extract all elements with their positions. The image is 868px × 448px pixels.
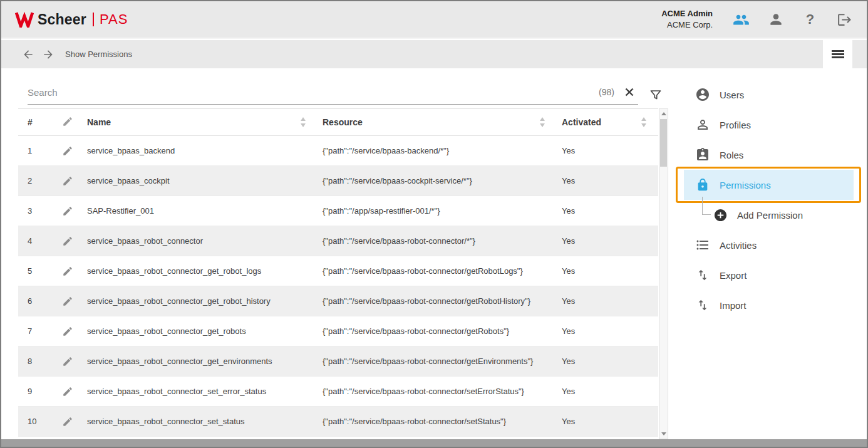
permission-resource: {"path":"/service/bpaas-robot-connector/… (318, 316, 557, 346)
header-actions: ACME Admin ACME Corp. ? (661, 8, 853, 30)
scheer-pas-logo: Scheer PAS (15, 11, 128, 28)
edit-icon[interactable] (62, 236, 73, 247)
edit-icon[interactable] (62, 356, 73, 367)
permission-name: service_bpaas_robot_connector_get_robot_… (82, 286, 318, 316)
sort-icon[interactable] (641, 117, 647, 127)
edit-icon[interactable] (62, 386, 73, 397)
column-header-resource[interactable]: Resource (318, 109, 557, 136)
add-circle-icon (713, 207, 728, 222)
row-number: 1 (18, 136, 57, 166)
user-management-icon[interactable] (733, 11, 750, 28)
logo-brand-text: Scheer (38, 11, 86, 28)
scroll-down-arrow[interactable] (659, 429, 668, 439)
table-row: 10service_bpaas_robot_connector_set_stat… (18, 407, 658, 437)
permission-resource: {"path":"/service/bpaas-robot-connector/… (318, 346, 557, 377)
row-number: 4 (18, 226, 57, 256)
sidebar-item-roles[interactable]: Roles (684, 140, 854, 170)
search-input[interactable] (28, 87, 599, 98)
sort-icon[interactable] (539, 117, 545, 127)
user-circle-icon (695, 87, 710, 102)
permission-name: service_bpaas_backend (82, 136, 318, 166)
user-organization: ACME Corp. (661, 19, 713, 31)
edit-icon[interactable] (62, 145, 73, 157)
permission-resource: {"path":"/app/sap-restifier-001/*"} (318, 196, 557, 226)
edit-icon[interactable] (62, 175, 73, 187)
scrollbar-thumb[interactable] (660, 119, 667, 167)
edit-icon[interactable] (62, 266, 73, 277)
table-row: 1service_bpaas_backend{"path":"/service/… (18, 136, 658, 166)
edit-icon[interactable] (62, 296, 73, 307)
table-row: 9service_bpaas_robot_connector_set_error… (18, 377, 658, 407)
column-header-activated[interactable]: Activated (557, 109, 658, 136)
sidebar-item-profiles[interactable]: Profiles (684, 110, 854, 140)
scheer-logo-icon (15, 11, 34, 28)
logo-divider (93, 13, 94, 26)
clear-search-icon[interactable] (623, 86, 636, 98)
sort-icon[interactable] (300, 117, 306, 127)
admin-sidebar: Users Profiles Roles Permissions (684, 68, 854, 320)
list-icon (695, 237, 710, 253)
permission-name: service_bpaas_robot_connector_get_enviro… (82, 346, 318, 377)
logout-icon[interactable] (836, 11, 853, 28)
permission-resource: {"path":"/service/bpaas-robot-connector/… (318, 407, 557, 437)
table-row: 4service_bpaas_robot_connector{"path":"/… (18, 226, 658, 256)
main-area: (98) # (1, 68, 867, 439)
edit-icon[interactable] (62, 206, 73, 217)
hamburger-menu-button[interactable] (823, 40, 852, 68)
sidebar-item-permissions[interactable]: Permissions (684, 170, 854, 200)
permission-name: service_bpaas_robot_connector_get_robot_… (82, 256, 318, 286)
permissions-panel: (98) # (18, 68, 668, 439)
back-arrow-icon[interactable] (21, 48, 35, 61)
sidebar-item-label: Add Permission (737, 210, 803, 221)
sidebar-item-activities[interactable]: Activities (684, 230, 854, 260)
permission-activated: Yes (557, 316, 658, 346)
permission-name: service_bpaas_robot_connector_get_robots (82, 316, 318, 346)
permission-resource: {"path":"/service/bpaas-robot-connector/… (318, 377, 557, 407)
row-number: 2 (18, 166, 57, 196)
table-header-row: # Name (18, 109, 658, 136)
filter-icon[interactable] (648, 88, 664, 103)
forward-arrow-icon[interactable] (41, 48, 55, 61)
edit-icon (62, 116, 73, 127)
sidebar-item-import[interactable]: Import (684, 290, 854, 320)
permission-name: service_bpaas_robot_connector (82, 226, 318, 256)
vertical-scrollbar[interactable] (659, 108, 668, 439)
scroll-up-arrow[interactable] (659, 109, 668, 118)
column-header-edit (57, 109, 82, 136)
app-header: Scheer PAS ACME Admin ACME Corp. ? (1, 1, 867, 39)
permission-activated: Yes (557, 407, 658, 437)
permission-name: service_bpaas_robot_connector_set_error_… (82, 377, 318, 407)
edit-icon[interactable] (62, 416, 73, 427)
sidebar-item-label: Roles (720, 150, 743, 160)
row-number: 10 (18, 407, 57, 437)
logo-product-text: PAS (100, 11, 128, 28)
sidebar-item-users[interactable]: Users (684, 80, 854, 110)
permission-resource: {"path":"/service/bpaas-robot-connector/… (318, 226, 557, 256)
sidebar-item-add-permission[interactable]: Add Permission (684, 200, 854, 230)
sidebar-item-label: Profiles (720, 120, 751, 130)
column-header-name[interactable]: Name (82, 109, 318, 136)
permission-resource: {"path":"/service/bpaas-cockpit-service/… (318, 166, 557, 196)
permission-activated: Yes (557, 136, 658, 166)
table-row: 2service_bpaas_cockpit{"path":"/service/… (18, 166, 658, 196)
breadcrumb: Show Permissions (65, 49, 132, 59)
row-number: 6 (18, 286, 57, 316)
permission-activated: Yes (557, 256, 658, 286)
hamburger-icon (832, 49, 844, 60)
app-window: Scheer PAS ACME Admin ACME Corp. ? (0, 0, 868, 448)
table-row: 8service_bpaas_robot_connector_get_envir… (18, 346, 658, 377)
bottom-strip (1, 439, 867, 447)
table-row: 6service_bpaas_robot_connector_get_robot… (18, 286, 658, 316)
account-icon[interactable] (767, 11, 784, 28)
permission-activated: Yes (557, 166, 658, 196)
sidebar-item-export[interactable]: Export (684, 260, 854, 290)
help-icon[interactable]: ? (802, 11, 819, 28)
edit-icon[interactable] (62, 326, 73, 337)
permission-resource: {"path":"/service/bpaas-robot-connector/… (318, 256, 557, 286)
row-number: 5 (18, 256, 57, 286)
column-header-number: # (18, 109, 57, 136)
permission-activated: Yes (557, 286, 658, 316)
row-number: 7 (18, 316, 57, 346)
search-field: (98) (28, 86, 638, 105)
result-count: (98) (599, 87, 614, 97)
